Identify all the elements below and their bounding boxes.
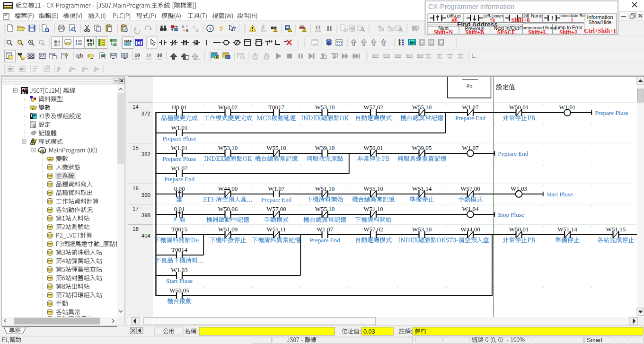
svg-text:!: ! <box>551 15 553 22</box>
svg-text:?: ? <box>232 26 236 32</box>
svg-text:W51.10: W51.10 <box>363 205 383 212</box>
svg-text:W55.10: W55.10 <box>315 205 335 212</box>
svg-text:14: 14 <box>132 104 139 110</box>
svg-text:W1.07: W1.07 <box>171 165 188 172</box>
svg-text:W1.03: W1.03 <box>511 185 527 192</box>
svg-text:0.01: 0.01 <box>174 205 185 212</box>
svg-text:372: 372 <box>141 111 150 116</box>
svg-text:CX-Programmer Information: CX-Programmer Information <box>428 3 514 10</box>
svg-text:W1.01: W1.01 <box>171 124 187 131</box>
svg-text:0.00: 0.00 <box>174 185 185 192</box>
svg-text:B: B <box>186 28 188 33</box>
svg-text:W55.10: W55.10 <box>266 144 286 151</box>
svg-text:W1.03: W1.03 <box>171 266 187 273</box>
svg-text:W1.07: W1.07 <box>268 185 285 192</box>
svg-text:(0/0): (0/0) <box>261 29 266 32</box>
svg-text:18: 18 <box>132 226 139 232</box>
svg-text:Prepare Pluse: Prepare Pluse <box>595 109 628 116</box>
svg-text:W44.00: W44.00 <box>460 226 480 233</box>
svg-text:x: x <box>97 67 99 71</box>
svg-text:W57.02: W57.02 <box>363 104 383 111</box>
svg-text:Start Pluse: Start Pluse <box>547 191 573 198</box>
svg-text:Shift+N: Shift+N <box>434 29 453 35</box>
svg-text:S: S <box>182 25 184 29</box>
svg-text:10: 10 <box>146 52 152 58</box>
svg-text:H0.01: H0.01 <box>172 104 187 111</box>
svg-text:Prepare End: Prepare End <box>498 150 528 157</box>
svg-text:398: 398 <box>141 212 150 218</box>
svg-text:16: 16 <box>157 52 163 58</box>
svg-text:Prepare Pluse: Prepare Pluse <box>162 155 196 162</box>
svg-text:B: B <box>196 28 199 33</box>
svg-text:H: H <box>87 39 89 44</box>
svg-text:Start Pluse: Start Pluse <box>166 277 193 284</box>
svg-text:Prepare End: Prepare End <box>310 237 340 244</box>
svg-text:T0014: T0014 <box>171 246 187 253</box>
svg-text:SPACE: SPACE <box>497 29 515 35</box>
svg-text:W1.07: W1.07 <box>462 104 479 111</box>
svg-text:W50.01: W50.01 <box>363 144 383 151</box>
svg-text:Prepare End: Prepare End <box>164 176 194 183</box>
svg-text:P: P <box>216 56 218 59</box>
svg-text:%: % <box>85 67 88 71</box>
svg-text:A: A <box>193 25 195 29</box>
svg-text:390: 390 <box>141 192 150 198</box>
svg-text:CI: CI <box>137 41 141 46</box>
svg-text:V: V <box>441 41 443 45</box>
svg-text:W53.10: W53.10 <box>412 226 432 233</box>
svg-text:Smart: Smart <box>587 337 603 344</box>
svg-text:10: 10 <box>135 52 141 58</box>
svg-text:Prepare Pluse: Prepare Pluse <box>162 135 196 142</box>
svg-text:Prepare End: Prepare End <box>261 196 291 203</box>
svg-text:W51.14: W51.14 <box>557 226 577 233</box>
svg-text:0.03: 0.03 <box>363 328 375 335</box>
svg-text:H: H <box>90 39 92 44</box>
svg-text:W50.01: W50.01 <box>509 104 529 111</box>
svg-text:W55.10: W55.10 <box>363 185 383 192</box>
svg-text:Show/Hide: Show/Hide <box>589 20 612 25</box>
svg-text:W44.00: W44.00 <box>218 185 238 192</box>
svg-text:17: 17 <box>132 206 139 212</box>
svg-text:Shift+L: Shift+L <box>528 29 547 35</box>
svg-text:(0/0): (0/0) <box>146 57 151 60</box>
svg-text:W39.05: W39.05 <box>412 144 432 151</box>
svg-text:i: i <box>209 26 211 31</box>
svg-text:404: 404 <box>141 233 151 238</box>
svg-text:X: X <box>431 41 433 45</box>
svg-text:(0/0): (0/0) <box>134 57 140 60</box>
svg-text:%: % <box>72 67 75 71</box>
svg-text:W50.06: W50.06 <box>218 205 238 212</box>
svg-text:Ctrl+Shift+I: Ctrl+Shift+I <box>584 27 616 34</box>
svg-text:W39.10: W39.10 <box>315 144 335 151</box>
svg-text:W51.14: W51.14 <box>412 185 432 192</box>
svg-text:W57.00: W57.00 <box>460 185 480 192</box>
svg-text:(0/0): (0/0) <box>315 29 321 32</box>
svg-text:(0/0): (0/0) <box>194 57 200 60</box>
svg-text:W50.05: W50.05 <box>169 287 189 294</box>
svg-text:(0/0): (0/0) <box>157 57 162 60</box>
svg-text:W53.10: W53.10 <box>218 144 238 151</box>
svg-text:W1.04: W1.04 <box>462 205 479 212</box>
svg-text:Information: Information <box>587 14 613 20</box>
svg-text:T0017: T0017 <box>268 104 284 111</box>
svg-text:382: 382 <box>141 151 150 157</box>
svg-text:Shift+B: Shift+B <box>465 29 484 35</box>
svg-text:W1.01: W1.01 <box>171 144 187 151</box>
svg-text:Shift+0: Shift+0 <box>511 17 529 23</box>
svg-text:16: 16 <box>132 185 139 191</box>
svg-text:Prepare End: Prepare End <box>455 115 485 122</box>
svg-text:W50.01: W50.01 <box>509 226 529 233</box>
svg-text:!: ! <box>571 17 573 24</box>
svg-text:Z: Z <box>422 41 424 45</box>
svg-text:W1.01: W1.01 <box>559 104 575 111</box>
svg-text:(0/0): (0/0) <box>313 43 318 46</box>
svg-text:W64.02: W64.02 <box>218 104 238 111</box>
svg-text:W51.15: W51.15 <box>606 226 626 233</box>
svg-text:Shift+J: Shift+J <box>559 29 577 35</box>
svg-text:W55.10: W55.10 <box>412 104 432 111</box>
svg-text:W51.11: W51.11 <box>266 226 286 233</box>
svg-text:Stop Pluse: Stop Pluse <box>498 211 524 218</box>
svg-text:W51.09: W51.09 <box>218 226 238 233</box>
svg-text:15: 15 <box>132 145 139 150</box>
svg-text:W57.00: W57.00 <box>266 205 286 212</box>
